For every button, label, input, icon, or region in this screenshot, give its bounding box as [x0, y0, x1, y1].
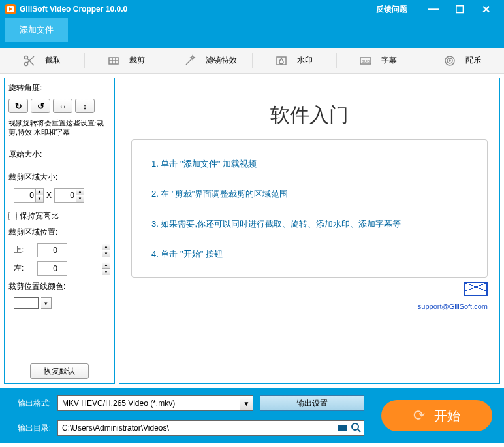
- orig-size-label: 原始大小:: [8, 149, 110, 160]
- tab-crop[interactable]: 裁剪: [84, 48, 168, 73]
- svg-line-18: [358, 429, 360, 432]
- guide-step: 3. 如果需要,你还可以同时进行截取、旋转、添加水印、添加字幕等: [151, 218, 467, 230]
- guide-step: 1. 单击 "添加文件" 加载视频: [151, 158, 467, 170]
- folder-icon[interactable]: [337, 422, 349, 433]
- rotate-label: 旋转角度:: [8, 82, 110, 93]
- start-label: 开始: [434, 407, 460, 425]
- keep-ratio-checkbox[interactable]: [8, 212, 17, 220]
- search-icon[interactable]: [350, 422, 362, 433]
- maximize-button[interactable]: ☐: [447, 3, 473, 16]
- flip-v-button[interactable]: ↕: [75, 99, 95, 113]
- sidebar-panel: 旋转角度: ↻ ↺ ↔ ↕ 视频旋转将会重置这些设置:裁剪,特效,水印和字幕 原…: [4, 78, 115, 384]
- spin-up[interactable]: ▲: [102, 262, 110, 269]
- spin-down[interactable]: ▼: [102, 269, 110, 275]
- tab-label: 滤镜特效: [206, 55, 237, 66]
- tab-subtitle[interactable]: SUB 字幕: [336, 48, 420, 73]
- support-link[interactable]: support@GiliSoft.com: [418, 303, 488, 310]
- tab-watermark[interactable]: 水印: [252, 48, 336, 73]
- music-icon: [443, 54, 456, 67]
- left-label: 左:: [14, 263, 37, 274]
- support-area: support@GiliSoft.com: [131, 282, 488, 312]
- color-swatch[interactable]: [14, 297, 39, 309]
- crop-top-input[interactable]: [37, 243, 67, 257]
- format-combo[interactable]: ▼: [57, 395, 253, 411]
- crop-size-label: 裁剪区域大小:: [8, 172, 110, 183]
- watermark-icon: [275, 54, 288, 67]
- chevron-down-icon[interactable]: ▼: [240, 396, 253, 410]
- tab-music[interactable]: 配乐: [420, 48, 504, 73]
- tab-cut[interactable]: 截取: [0, 48, 84, 73]
- dir-label: 输出目录:: [12, 423, 51, 434]
- svg-point-17: [352, 423, 358, 430]
- svg-point-3: [25, 62, 28, 65]
- output-settings-button[interactable]: 输出设置: [260, 395, 364, 411]
- guide-box: 1. 单击 "添加文件" 加载视频 2. 在 "剪裁"界面调整裁剪的区域范围 3…: [131, 139, 488, 278]
- spin-down[interactable]: ▼: [102, 250, 110, 257]
- svg-text:SUB: SUB: [362, 59, 370, 63]
- guide-step: 4. 单击 "开始" 按钮: [151, 248, 467, 260]
- x-separator: X: [46, 191, 52, 200]
- rotate-cw-button[interactable]: ↻: [8, 99, 28, 113]
- spin-up[interactable]: ▲: [102, 244, 110, 251]
- add-file-button[interactable]: 添加文件: [5, 18, 68, 42]
- crop-pos-label: 裁剪区域位置:: [8, 227, 110, 238]
- tab-filter[interactable]: 滤镜特效: [168, 48, 252, 73]
- spin-up[interactable]: ▲: [76, 189, 84, 196]
- svg-line-10: [186, 58, 193, 65]
- main-panel: 软件入门 1. 单击 "添加文件" 加载视频 2. 在 "剪裁"界面调整裁剪的区…: [119, 78, 500, 384]
- dir-input[interactable]: [57, 420, 364, 436]
- footer: 输出格式: ▼ 输出设置 ⟳ 开始 输出目录:: [0, 388, 504, 443]
- magic-icon: [183, 54, 197, 67]
- app-title: GiliSoft Video Cropper 10.0.0: [20, 5, 376, 14]
- rotate-ccw-button[interactable]: ↺: [31, 99, 50, 113]
- toolbar: 添加文件: [0, 18, 504, 48]
- tab-label: 配乐: [465, 55, 481, 66]
- flip-h-button[interactable]: ↔: [53, 99, 72, 113]
- subtitle-icon: SUB: [359, 54, 372, 67]
- svg-point-16: [449, 60, 450, 61]
- minimize-button[interactable]: —: [420, 3, 447, 15]
- titlebar: GiliSoft Video Cropper 10.0.0 反馈问题 — ☐ ✕: [0, 0, 504, 18]
- format-label: 输出格式:: [12, 398, 51, 409]
- start-button[interactable]: ⟳ 开始: [381, 400, 492, 431]
- crop-icon: [107, 54, 120, 67]
- tab-label: 截取: [45, 55, 61, 66]
- tab-label: 字幕: [381, 55, 397, 66]
- tab-label: 裁剪: [129, 55, 145, 66]
- feedback-link[interactable]: 反馈问题: [376, 4, 407, 15]
- top-label: 上:: [14, 244, 37, 256]
- color-dropdown-button[interactable]: ▾: [41, 297, 52, 309]
- rotate-note: 视频旋转将会重置这些设置:裁剪,特效,水印和字幕: [8, 118, 110, 137]
- scissors-icon: [23, 54, 36, 67]
- spin-down[interactable]: ▼: [76, 195, 84, 202]
- line-color-label: 裁剪位置线颜色:: [8, 281, 110, 292]
- refresh-icon: ⟳: [413, 407, 425, 424]
- keep-ratio-row[interactable]: 保持宽高比: [8, 210, 110, 222]
- spin-up[interactable]: ▲: [35, 189, 43, 196]
- guide-step: 2. 在 "剪裁"界面调整裁剪的区域范围: [151, 188, 467, 200]
- tabs: 截取 裁剪 滤镜特效 水印 SUB 字幕 配乐: [0, 48, 504, 74]
- tab-label: 水印: [297, 55, 313, 66]
- format-input[interactable]: [57, 395, 253, 411]
- close-button[interactable]: ✕: [473, 3, 499, 16]
- reset-button[interactable]: 恢复默认: [30, 363, 89, 379]
- svg-point-2: [25, 56, 28, 59]
- spin-down[interactable]: ▼: [35, 195, 43, 202]
- crop-left-input[interactable]: [37, 261, 67, 276]
- guide-title: 软件入门: [131, 102, 488, 129]
- app-icon: [5, 4, 16, 14]
- keep-ratio-label: 保持宽高比: [20, 210, 59, 222]
- mail-icon: [464, 282, 488, 296]
